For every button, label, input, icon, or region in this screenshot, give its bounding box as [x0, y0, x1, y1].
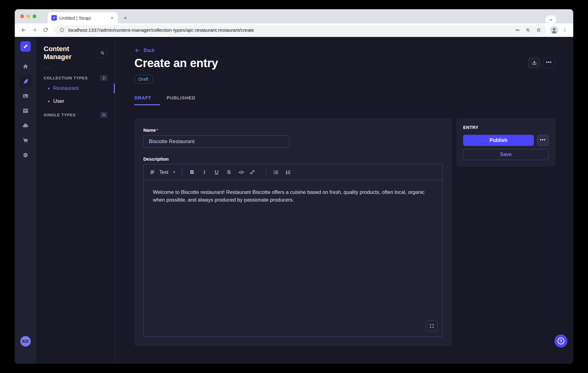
italic-button[interactable]: I [200, 168, 208, 177]
sidebar-item-user[interactable]: User [44, 95, 107, 107]
bold-button[interactable]: B [188, 168, 196, 177]
entry-panel: ENTRY Publish ••• Save [457, 118, 555, 166]
site-info-icon[interactable] [58, 26, 66, 34]
collection-types-count-badge: 2 [100, 75, 107, 81]
name-input[interactable] [143, 135, 289, 148]
strapi-app: KD Content Manager COLLECTION TYPES 2 Re… [15, 37, 573, 364]
browser-menu-icon[interactable] [560, 25, 570, 35]
code-button[interactable]: </> [237, 168, 245, 177]
nav-media-library-icon[interactable] [19, 90, 32, 102]
numbered-list-button[interactable] [284, 168, 292, 177]
search-button[interactable] [97, 48, 107, 58]
nav-content-manager-icon[interactable] [19, 75, 32, 88]
strapi-favicon [51, 15, 57, 21]
strapi-logo[interactable] [20, 41, 31, 52]
link-button[interactable] [248, 168, 256, 177]
main-nav-rail: KD [15, 37, 36, 364]
zoom-in-icon[interactable] [524, 26, 532, 34]
back-arrow-icon [134, 47, 141, 54]
tab-close-icon[interactable] [109, 15, 115, 21]
nav-marketplace-cart-icon[interactable] [19, 134, 32, 147]
status-badge: Draft [134, 75, 153, 83]
block-style-value: Text [159, 170, 168, 175]
new-tab-button[interactable] [121, 14, 129, 22]
publish-button[interactable]: Publish [463, 135, 534, 146]
ellipsis-icon: ••• [546, 60, 552, 66]
bookmark-star-icon[interactable] [534, 26, 542, 34]
underline-button[interactable]: U [213, 168, 220, 177]
rail-divider [20, 56, 31, 56]
nav-home-icon[interactable] [19, 60, 32, 73]
link-icon [249, 169, 255, 175]
tab-published[interactable]: PUBLISHED [167, 95, 196, 105]
ellipsis-icon: ••• [540, 137, 546, 144]
collection-types-header: COLLECTION TYPES 2 [44, 74, 107, 82]
strikethrough-button[interactable]: S [225, 168, 233, 177]
single-types-count-badge: 0 [100, 112, 107, 118]
name-field-label: Name* [143, 127, 443, 133]
bullet-icon [48, 101, 50, 102]
url-bar[interactable]: localhost:1337/admin/content-manager/col… [54, 25, 546, 35]
subnav-title: Content Manager [44, 45, 97, 61]
nav-deploy-cloud-icon[interactable] [19, 119, 32, 132]
text-lines-icon [150, 169, 156, 175]
content-manager-subnav: Content Manager COLLECTION TYPES 2 Resta… [36, 37, 115, 364]
tab-title: Untitled | Strapi [59, 15, 107, 21]
help-button[interactable]: ? [554, 335, 567, 347]
back-nav-icon[interactable] [18, 25, 28, 35]
tab-strip: Untitled | Strapi [15, 9, 573, 23]
question-mark-icon: ? [558, 338, 564, 344]
bullet-icon [48, 88, 50, 89]
required-asterisk: * [157, 127, 158, 133]
rich-text-editor: Text B I U S </> [143, 164, 443, 337]
editor-content[interactable]: Welcome to Biscotte restaurant! Restaura… [144, 180, 443, 337]
bulleted-list-button[interactable] [272, 168, 280, 177]
tab-draft[interactable]: DRAFT [134, 95, 160, 105]
main-content: Back Create an entry ••• Draft DRAFT PUB… [115, 37, 573, 364]
editor-toolbar: Text B I U S </> [144, 164, 443, 180]
user-avatar[interactable]: KD [20, 336, 31, 347]
back-label: Back [144, 48, 155, 53]
expand-icon [429, 323, 435, 329]
description-field-label: Description [143, 156, 443, 162]
page-title: Create an entry [134, 57, 218, 70]
password-key-icon[interactable] [514, 26, 522, 34]
description-text: Welcome to Biscotte restaurant! Restaura… [153, 188, 433, 204]
browser-toolbar: localhost:1337/admin/content-manager/col… [15, 23, 573, 37]
sidebar-item-label: User [53, 98, 64, 104]
forward-nav-icon[interactable] [30, 25, 39, 35]
entry-panel-title: ENTRY [463, 125, 549, 130]
entry-more-button[interactable]: ••• [537, 135, 549, 146]
numbered-list-icon [285, 169, 291, 175]
reload-icon[interactable] [41, 25, 50, 35]
collection-types-label: COLLECTION TYPES [44, 76, 88, 80]
bulleted-list-icon [273, 169, 279, 175]
browser-window: Untitled | Strapi localhost:1337/admin/c… [15, 9, 573, 364]
back-link[interactable]: Back [134, 47, 155, 54]
browser-profile-avatar[interactable] [550, 26, 558, 34]
url-text: localhost:1337/admin/content-manager/col… [68, 27, 511, 33]
sidebar-item-restaurant[interactable]: Restaurant [44, 82, 107, 94]
export-download-button[interactable] [528, 57, 540, 68]
block-style-dropdown[interactable]: Text [150, 169, 177, 175]
close-window-button[interactable] [20, 14, 24, 18]
save-button[interactable]: Save [463, 149, 549, 160]
tab-search-chevron-button[interactable] [545, 15, 556, 24]
nav-settings-gear-icon[interactable] [19, 149, 32, 162]
chevron-down-icon [172, 170, 177, 174]
entry-form-card: Name* Description Text B [134, 118, 452, 346]
expand-editor-button[interactable] [426, 320, 438, 332]
browser-tab[interactable]: Untitled | Strapi [48, 12, 118, 23]
toolbar-separator [266, 168, 266, 177]
single-types-header: SINGLE TYPES 0 [44, 111, 107, 118]
minimize-window-button[interactable] [26, 14, 30, 18]
header-more-button[interactable]: ••• [543, 57, 555, 68]
version-tabs: DRAFT PUBLISHED [134, 95, 555, 105]
traffic-lights [20, 14, 36, 18]
single-types-label: SINGLE TYPES [44, 113, 76, 117]
zoom-window-button[interactable] [33, 14, 36, 18]
toolbar-separator [182, 168, 182, 177]
subnav-divider [44, 68, 52, 68]
nav-content-type-builder-icon[interactable] [19, 104, 32, 117]
sidebar-item-label: Restaurant [53, 85, 79, 91]
